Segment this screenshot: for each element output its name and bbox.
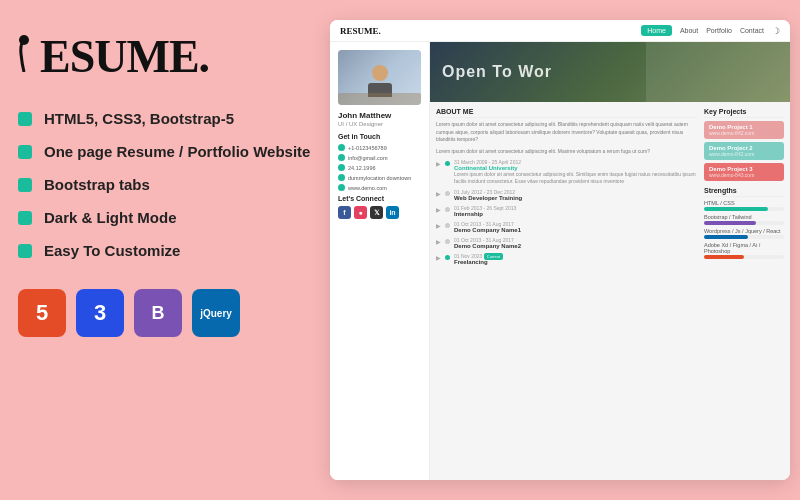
instagram-icon[interactable]: ● bbox=[354, 206, 367, 219]
feature-label: One page Resume / Portfolio Website bbox=[44, 143, 310, 160]
project-card-3[interactable]: Demo Project 3 www.demo-843.com bbox=[704, 163, 784, 181]
strength-label: Wordpress / Js / Jquery / React bbox=[704, 228, 784, 234]
contact-phone: +1-0123456789 bbox=[338, 144, 421, 151]
lets-connect-label: Let's Connect bbox=[338, 195, 421, 202]
timeline-item: ▶ 01 July 2012 - 23 Dec 2012 Web Develop… bbox=[436, 189, 698, 201]
features-list: HTML5, CSS3, Bootstrap-5 One page Resume… bbox=[18, 110, 318, 259]
timeline-dot-icon bbox=[445, 255, 450, 260]
hero-section: Open To Wor bbox=[430, 42, 790, 102]
bullet-icon bbox=[18, 211, 32, 225]
contact-email: info@gmail.com bbox=[338, 154, 421, 161]
timeline-arrow-icon: ▶ bbox=[436, 206, 441, 213]
about-text-2: Lorem ipsum dolor sit amet consectetur a… bbox=[436, 148, 698, 156]
resume-person-title: UI / UX Designer bbox=[338, 121, 421, 127]
timeline-job: Demo Company Name2 bbox=[454, 243, 698, 249]
location-text: dummylocation downtown bbox=[348, 175, 411, 181]
timeline-content: 01 Oct 2013 - 31 Aug 2017 Demo Company N… bbox=[454, 237, 698, 249]
strength-bar bbox=[704, 207, 768, 211]
jquery-icon: jQuery bbox=[192, 289, 240, 337]
timeline-content: 31 March 2009 - 25 April 2012 Continenta… bbox=[454, 159, 698, 185]
timeline-content: 01 Feb 2013 - 26 Sept 2013 Internship bbox=[454, 205, 698, 217]
feature-item: Easy To Customize bbox=[18, 242, 318, 259]
website-text: www.demo.com bbox=[348, 185, 387, 191]
resume-site-logo: RESUME. bbox=[340, 26, 381, 36]
nav-contact[interactable]: Contact bbox=[740, 27, 764, 34]
nav-links: Home About Portfolio Contact ☽ bbox=[641, 25, 780, 36]
about-text-1: Lorem ipsum dolor sit amet consectetur a… bbox=[436, 121, 698, 144]
timeline-content: 01 July 2012 - 23 Dec 2012 Web Developer… bbox=[454, 189, 698, 201]
resume-body: John Matthew UI / UX Designer Get in Tou… bbox=[330, 42, 790, 480]
project-card-2[interactable]: Demo Project 2 www.demo-842.com bbox=[704, 142, 784, 160]
phone-icon bbox=[338, 144, 345, 151]
bullet-icon bbox=[18, 244, 32, 258]
strength-label: Adobe Xd / Figma / Ai / Photoshop bbox=[704, 242, 784, 254]
css3-icon: 3 bbox=[76, 289, 124, 337]
timeline-job: Demo Company Name1 bbox=[454, 227, 698, 233]
facebook-icon[interactable]: f bbox=[338, 206, 351, 219]
dob-text: 24.12.1996 bbox=[348, 165, 376, 171]
content-left-col: ABOUT ME Lorem ipsum dolor sit amet cons… bbox=[436, 108, 698, 269]
bullet-icon bbox=[18, 112, 32, 126]
feature-item: One page Resume / Portfolio Website bbox=[18, 143, 318, 160]
timeline-dot-icon bbox=[445, 161, 450, 166]
strength-label: Bootstrap / Tailwind bbox=[704, 214, 784, 220]
timeline-job: Internship bbox=[454, 211, 698, 217]
timeline-arrow-icon: ▶ bbox=[436, 222, 441, 229]
project-url: www.demo-842.com bbox=[709, 130, 779, 136]
timeline-desc: Lorem ipsum dolor sit amet consectetur a… bbox=[454, 171, 698, 185]
calendar-icon bbox=[338, 164, 345, 171]
feature-label: Bootstrap tabs bbox=[44, 176, 150, 193]
tech-icons-row: 5 3 B jQuery bbox=[18, 289, 318, 337]
about-title: ABOUT ME bbox=[436, 108, 698, 118]
timeline-dot-icon bbox=[445, 239, 450, 244]
logo-dot-icon bbox=[18, 34, 40, 72]
key-projects-title: Key Projects bbox=[704, 108, 784, 118]
logo-text: ESUME. bbox=[40, 34, 209, 80]
strength-item: Wordpress / Js / Jquery / React bbox=[704, 228, 784, 239]
feature-label: Dark & Light Mode bbox=[44, 209, 177, 226]
project-url: www.demo-843.com bbox=[709, 172, 779, 178]
feature-item: Dark & Light Mode bbox=[18, 209, 318, 226]
bullet-icon bbox=[18, 178, 32, 192]
hero-overlay bbox=[646, 42, 790, 102]
contact-dob: 24.12.1996 bbox=[338, 164, 421, 171]
phone-text: +1-0123456789 bbox=[348, 145, 387, 151]
project-url: www.demo-842.com bbox=[709, 151, 779, 157]
timeline-item: ▶ 01 Oct 2013 - 31 Aug 2017 Demo Company… bbox=[436, 221, 698, 233]
resume-main-content: Open To Wor ABOUT ME Lorem ipsum dolor s… bbox=[430, 42, 790, 480]
dark-mode-icon[interactable]: ☽ bbox=[772, 26, 780, 36]
timeline-arrow-icon: ▶ bbox=[436, 238, 441, 245]
contact-website: www.demo.com bbox=[338, 184, 421, 191]
twitter-icon[interactable]: 𝕏 bbox=[370, 206, 383, 219]
strength-bar-bg bbox=[704, 221, 784, 225]
strength-label: HTML / CSS bbox=[704, 200, 784, 206]
nav-about[interactable]: About bbox=[680, 27, 698, 34]
linkedin-icon[interactable]: in bbox=[386, 206, 399, 219]
resume-sidebar: John Matthew UI / UX Designer Get in Tou… bbox=[330, 42, 430, 480]
strength-item: HTML / CSS bbox=[704, 200, 784, 211]
browser-mockup: RESUME. Home About Portfolio Contact ☽ bbox=[330, 20, 790, 480]
strength-bar bbox=[704, 255, 744, 259]
resume-navbar: RESUME. Home About Portfolio Contact ☽ bbox=[330, 20, 790, 42]
timeline-item: ▶ 31 March 2009 - 25 April 2012 Continen… bbox=[436, 159, 698, 185]
feature-label: HTML5, CSS3, Bootstrap-5 bbox=[44, 110, 234, 127]
strength-bar-bg bbox=[704, 255, 784, 259]
timeline-arrow-icon: ▶ bbox=[436, 254, 441, 261]
strength-bar bbox=[704, 235, 748, 239]
feature-label: Easy To Customize bbox=[44, 242, 180, 259]
strength-item: Adobe Xd / Figma / Ai / Photoshop bbox=[704, 242, 784, 259]
timeline-item: ▶ 01 Oct 2013 - 31 Aug 2017 Demo Company… bbox=[436, 237, 698, 249]
resume-person-name: John Matthew bbox=[338, 111, 421, 120]
strengths-title: Strengths bbox=[704, 187, 784, 197]
nav-home[interactable]: Home bbox=[641, 25, 672, 36]
resume-site: RESUME. Home About Portfolio Contact ☽ bbox=[330, 20, 790, 480]
timeline-dot-icon bbox=[445, 223, 450, 228]
strength-bar bbox=[704, 221, 756, 225]
project-card-1[interactable]: Demo Project 1 www.demo-842.com bbox=[704, 121, 784, 139]
hero-text: Open To Wor bbox=[442, 63, 552, 81]
social-icons-row: f ● 𝕏 in bbox=[338, 206, 421, 219]
nav-portfolio[interactable]: Portfolio bbox=[706, 27, 732, 34]
email-icon bbox=[338, 154, 345, 161]
timeline-item: ▶ 01 Nov 2023 Current Freelancing bbox=[436, 253, 698, 265]
bootstrap-icon: B bbox=[134, 289, 182, 337]
